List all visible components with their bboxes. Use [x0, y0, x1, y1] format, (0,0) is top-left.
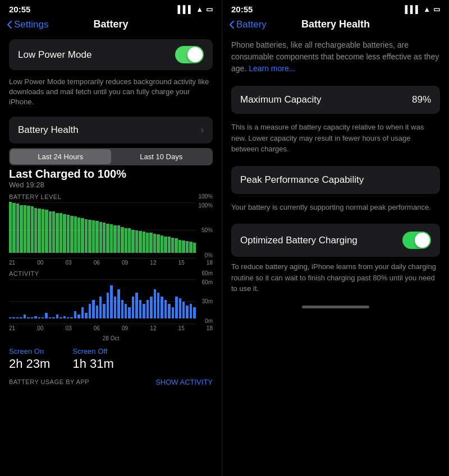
page-title-left: Battery: [93, 19, 128, 30]
act-time-12: 12: [150, 325, 156, 331]
status-icons-left: ▌▌▌ ▲ ▭: [177, 5, 213, 13]
battery-level-header: BATTERY LEVEL 100%: [9, 193, 213, 200]
low-power-section: Low Power Mode: [9, 39, 213, 70]
bottom-section: BATTERY USAGE BY APP SHOW ACTIVITY: [0, 373, 222, 391]
act-time-06: 06: [94, 325, 100, 331]
time-18: 18: [207, 260, 213, 266]
time-21: 21: [9, 260, 15, 266]
chart-section: Last Charged to 100% Wed 19:28 BATTERY L…: [9, 168, 213, 266]
optimized-section: Optimized Battery Charging: [231, 224, 440, 257]
optimized-label: Optimized Battery Charging: [240, 235, 358, 246]
time-09: 09: [122, 260, 128, 266]
peak-desc: Your battery is currently supporting nor…: [222, 198, 449, 220]
right-panel: 20:55 ▌▌▌ ▲ ▭ Battery Battery Health Pho…: [222, 0, 449, 476]
signal-icon: ▌▌▌: [177, 5, 193, 13]
y-label-100: 100%: [198, 193, 213, 200]
time-tabs: Last 24 Hours Last 10 Days: [9, 148, 213, 165]
battery-health-label: Battery Health: [18, 124, 79, 136]
act-time-15: 15: [178, 325, 185, 331]
time-right: 20:55: [231, 4, 253, 14]
activity-header: ACTIVITY 60m: [9, 270, 213, 277]
wifi-icon: ▲: [196, 5, 203, 13]
chevron-left-icon: [7, 20, 12, 29]
activity-chart: 60m 30m 0m: [9, 279, 213, 324]
optimized-row[interactable]: Optimized Battery Charging: [231, 224, 440, 257]
capacity-label: Maximum Capacity: [240, 94, 322, 105]
y-label-50pct: 50%: [198, 227, 213, 233]
activity-label: ACTIVITY: [9, 270, 39, 277]
optimized-desc: To reduce battery aging, iPhone learns f…: [222, 261, 449, 301]
time-03: 03: [66, 260, 72, 266]
back-button-right[interactable]: Battery: [229, 19, 267, 30]
chevron-right-icon: ›: [201, 125, 204, 135]
left-content: Low Power Mode Low Power Mode temporaril…: [0, 35, 222, 476]
home-indicator-right: [302, 306, 369, 308]
act-time-03: 03: [66, 325, 72, 331]
battery-bars: [9, 202, 213, 253]
time-left: 20:55: [9, 4, 30, 14]
peak-label: Peak Performance Capability: [240, 174, 364, 186]
back-label-left: Settings: [14, 19, 48, 30]
tab-24hours[interactable]: Last 24 Hours: [10, 149, 111, 164]
activity-time-labels: 21 00 03 06 09 12 15 18: [9, 325, 213, 331]
battery-usage-label: BATTERY USAGE BY APP: [9, 378, 89, 385]
act-y-30: 30m: [202, 298, 213, 304]
battery-level-label: BATTERY LEVEL: [9, 193, 61, 200]
activity-bars: [9, 279, 213, 318]
status-icons-right: ▌▌▌ ▲ ▭: [405, 5, 440, 13]
capacity-row: Maximum Capacity 89%: [231, 86, 440, 114]
low-power-toggle[interactable]: [175, 46, 204, 63]
low-power-row[interactable]: Low Power Mode: [9, 39, 213, 70]
back-button-left[interactable]: Settings: [7, 19, 48, 30]
optimized-toggle-knob: [415, 233, 430, 248]
y-label-0pct: 0%: [198, 252, 213, 258]
wifi-icon-r: ▲: [423, 5, 430, 13]
activity-y-top: 60m: [202, 270, 213, 276]
screen-on-stat: Screen On 2h 23m: [9, 347, 50, 371]
screen-on-value: 2h 23m: [9, 357, 50, 371]
grid-line-bot: [9, 258, 196, 258]
screen-stats: Screen On 2h 23m Screen Off 1h 31m: [9, 347, 213, 371]
act-time-00: 00: [37, 325, 43, 331]
battery-chart: 100% 50% 0%: [9, 202, 213, 258]
charge-title: Last Charged to 100%: [9, 168, 213, 181]
battery-health-row[interactable]: Battery Health ›: [9, 117, 213, 144]
toggle-knob: [187, 47, 203, 62]
signal-icon-r: ▌▌▌: [405, 5, 420, 13]
status-bar-left: 20:55 ▌▌▌ ▲ ▭: [0, 0, 222, 16]
capacity-value: 89%: [412, 94, 431, 105]
time-06: 06: [94, 260, 100, 266]
capacity-section: Maximum Capacity 89%: [231, 86, 440, 114]
act-y-60: 60m: [202, 279, 213, 285]
act-time-09: 09: [122, 325, 128, 331]
tab-10days[interactable]: Last 10 Days: [111, 149, 212, 164]
low-power-label: Low Power Mode: [18, 49, 91, 61]
nav-bar-left: Settings Battery: [0, 16, 222, 35]
time-00: 00: [37, 260, 43, 266]
act-time-18: 18: [207, 325, 213, 331]
screen-off-label: Screen Off: [72, 347, 113, 355]
peak-section: Peak Performance Capability: [231, 166, 440, 194]
charge-info: Last Charged to 100% Wed 19:28: [9, 168, 213, 189]
optimized-toggle[interactable]: [402, 232, 431, 249]
nav-bar-right: Battery Battery Health: [222, 16, 449, 35]
tabs-container: Last 24 Hours Last 10 Days: [9, 148, 213, 165]
intro-text: Phone batteries, like all rechargeable b…: [222, 35, 449, 81]
status-bar-right: 20:55 ▌▌▌ ▲ ▭: [222, 0, 449, 16]
show-activity-link[interactable]: SHOW ACTIVITY: [155, 378, 213, 386]
battery-icon-r: ▭: [433, 5, 440, 13]
screen-off-stat: Screen Off 1h 31m: [72, 347, 113, 371]
screen-off-value: 1h 31m: [72, 357, 113, 371]
time-15: 15: [178, 260, 185, 266]
screen-on-label: Screen On: [9, 347, 50, 355]
peak-row: Peak Performance Capability: [231, 166, 440, 194]
act-grid-3: [9, 324, 196, 324]
act-y-0: 0m: [202, 318, 213, 324]
battery-icon: ▭: [206, 5, 213, 13]
back-label-right: Battery: [236, 19, 267, 30]
date-label: 28 Oct: [103, 335, 119, 341]
learn-more-link[interactable]: Learn more...: [249, 64, 295, 73]
act-time-21: 21: [9, 325, 15, 331]
chevron-left-icon-r: [229, 20, 235, 29]
y-label-100pct: 100%: [198, 202, 213, 209]
